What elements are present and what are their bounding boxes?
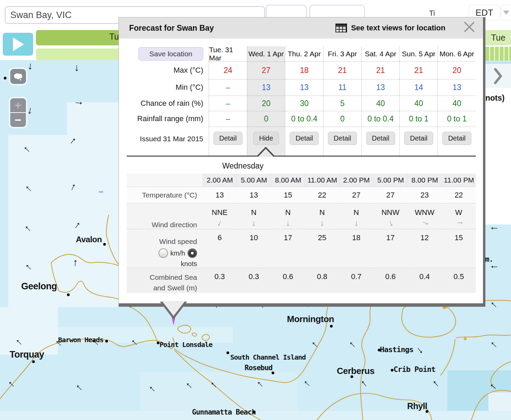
timezone-dropdown-button[interactable] bbox=[501, 5, 511, 20]
sea-swell-row-label: Combined Seaand Swell (m) bbox=[127, 268, 203, 293]
map-zoom-control: + − bbox=[10, 98, 26, 127]
wind-speed-cell: 17 bbox=[271, 229, 305, 268]
issued-label: Issued 31 Mar 2015 bbox=[127, 127, 209, 156]
play-animation-button[interactable] bbox=[3, 33, 33, 56]
hour-column-header: 11.00 AM bbox=[305, 174, 339, 187]
day-button-cell: Detail bbox=[361, 127, 400, 156]
zoom-to-australia-button[interactable] bbox=[10, 69, 26, 84]
wind-speed-cell: 15 bbox=[442, 229, 476, 268]
sea-swell-label-line2: and Swell (m) bbox=[153, 283, 197, 293]
close-button[interactable] bbox=[462, 19, 477, 34]
map-place-dot bbox=[391, 369, 393, 372]
wind-speed-cell: 18 bbox=[339, 229, 373, 268]
row-label-min: Min (°C) bbox=[127, 79, 209, 96]
day-button-cell: Detail bbox=[209, 127, 247, 156]
map-place-label: Point Lonsdale bbox=[160, 341, 212, 349]
rain_chance-cell: – bbox=[209, 96, 247, 111]
day-column-header: Tue. 31 Mar bbox=[209, 46, 247, 61]
zoom-out-button[interactable]: − bbox=[10, 113, 26, 127]
temperature-cell: 13 bbox=[237, 187, 271, 203]
temperature-row-label: Temperature (°C) bbox=[127, 187, 203, 203]
day-button-cell: Detail bbox=[285, 127, 323, 156]
timeline-day-text: Tue bbox=[491, 33, 505, 43]
detail-button[interactable]: Detail bbox=[213, 132, 243, 145]
detail-button[interactable]: Detail bbox=[328, 132, 357, 145]
detail-button[interactable]: Detail bbox=[366, 132, 395, 145]
text-views-link[interactable]: See text views for location bbox=[335, 24, 445, 32]
hide-button[interactable]: Hide bbox=[253, 132, 279, 145]
save-location-button[interactable]: Save location bbox=[138, 47, 203, 61]
wind-direction-arrow-icon: ↓ bbox=[252, 218, 256, 227]
map-place-dot bbox=[426, 410, 428, 413]
knots-radio[interactable] bbox=[188, 248, 197, 258]
timeline-ticks-bar[interactable] bbox=[485, 47, 511, 61]
rainfall-cell: 0 to 1 bbox=[438, 111, 476, 127]
wind-direction-row-label: Wind direction bbox=[127, 203, 203, 229]
detail-button[interactable]: Detail bbox=[442, 132, 471, 145]
min-cell: 13 bbox=[247, 79, 285, 96]
selected-day-title: Wednesday bbox=[127, 161, 359, 171]
temperature-cell: 15 bbox=[271, 187, 305, 203]
wind-direction-cell: NNE↓ bbox=[203, 203, 237, 229]
wind-arrow-icon: ↑ bbox=[488, 226, 499, 231]
rain_chance-cell: 20 bbox=[247, 96, 285, 111]
sea-swell-cell: 0.6 bbox=[271, 268, 305, 293]
kmh-radio-label: km/h bbox=[170, 249, 185, 257]
sea-swell-cell: 0.5 bbox=[442, 268, 476, 293]
wind-unit-radio-group: km/h bbox=[158, 248, 197, 258]
knots-radio-label: knots bbox=[181, 260, 197, 268]
wind-direction-cell: N↓ bbox=[237, 203, 271, 229]
legend-strip: nots) bbox=[485, 88, 511, 225]
popup-header: Forecast for Swan Bay See text views for… bbox=[119, 17, 483, 39]
daily-forecast-grid: Save locationTue. 31 MarWed. 1 AprThu. 2… bbox=[127, 46, 476, 156]
map-place-label: Rosebud bbox=[245, 364, 273, 372]
map-place-dot bbox=[103, 243, 106, 246]
sea-swell-cell: 0.3 bbox=[203, 268, 237, 293]
detail-button[interactable]: Detail bbox=[404, 132, 433, 145]
timeline-day-bar[interactable] bbox=[36, 30, 121, 45]
day-button-cell: Detail bbox=[323, 127, 361, 156]
map-terrain-mark bbox=[464, 337, 467, 340]
legend-units-partial: nots) bbox=[485, 93, 505, 103]
forecast-popup: Forecast for Swan Bay See text views for… bbox=[119, 17, 485, 307]
meteye-app: ↑↑↑↑↑↑↑↑↑↑↑↑↑↑↑↑↑↑↑↑↑↑↑↑↑↑↑↑↑↑↑↑↑↑↑↑↑↑↑ … bbox=[0, 0, 511, 420]
sea-swell-cell: 0.8 bbox=[305, 268, 339, 293]
wind-speed-cell: 10 bbox=[237, 229, 271, 268]
max-cell: 21 bbox=[361, 61, 400, 79]
table-icon bbox=[335, 24, 347, 32]
map-place-dot bbox=[350, 375, 353, 378]
daily-corner: Save location bbox=[127, 46, 209, 61]
hour-column-header: 5.00 PM bbox=[373, 174, 408, 187]
day-button-cell: Detail bbox=[438, 127, 476, 156]
zoom-in-button[interactable]: + bbox=[10, 98, 26, 113]
rainfall-cell: 0 to 1 bbox=[399, 111, 438, 127]
day-column-header: Mon. 6 Apr bbox=[438, 46, 476, 61]
wind-direction-text: NNE bbox=[212, 208, 227, 217]
close-icon bbox=[462, 19, 477, 34]
rainfall-cell: 0 bbox=[247, 111, 285, 127]
map-place-label: Crib Point bbox=[393, 365, 435, 374]
detail-button[interactable]: Detail bbox=[290, 132, 319, 145]
kmh-radio[interactable] bbox=[158, 248, 168, 258]
max-cell: 21 bbox=[323, 61, 361, 79]
rainfall-cell: 0 bbox=[323, 111, 361, 127]
map-place-dot bbox=[272, 372, 274, 374]
timeline-step-forward-button[interactable] bbox=[485, 64, 511, 88]
map-place-label: Torquay bbox=[10, 349, 44, 360]
temperature-cell: 27 bbox=[373, 187, 408, 203]
row-label-rain_chance: Chance of rain (%) bbox=[127, 96, 209, 111]
popup-pointer-fill bbox=[162, 301, 185, 316]
map-place-dot bbox=[32, 360, 35, 363]
wind-direction-cell: N↓ bbox=[339, 203, 373, 229]
wind-arrow-icon: ↑ bbox=[74, 100, 85, 106]
hour-column-header: 8.00 AM bbox=[271, 174, 305, 187]
map-place-label: Cerberus bbox=[337, 366, 374, 376]
wind-speed-cell: 12 bbox=[408, 229, 442, 268]
map-place-dot bbox=[378, 349, 381, 351]
rainfall-cell: 0 to 0.4 bbox=[361, 111, 400, 127]
min-cell: 14 bbox=[399, 79, 438, 96]
hour-column-header: 8.00 PM bbox=[408, 174, 442, 187]
sea-swell-cell: 0.3 bbox=[237, 268, 271, 293]
wind-speed-cell: 25 bbox=[305, 229, 339, 268]
play-icon bbox=[13, 38, 24, 51]
